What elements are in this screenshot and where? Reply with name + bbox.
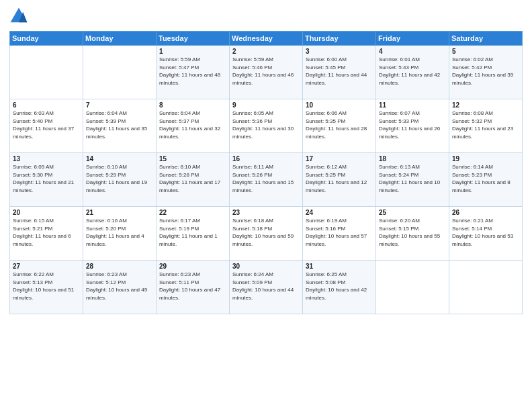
week-row-4: 20Sunrise: 6:15 AM Sunset: 5:21 PM Dayli… — [10, 207, 523, 261]
day-number: 19 — [452, 155, 519, 163]
cell-details: Sunrise: 6:20 AM Sunset: 5:15 PM Dayligh… — [379, 217, 446, 248]
day-number: 8 — [159, 101, 226, 109]
cell-details: Sunrise: 6:15 AM Sunset: 5:21 PM Dayligh… — [13, 217, 80, 248]
cell-details: Sunrise: 6:21 AM Sunset: 5:14 PM Dayligh… — [452, 217, 519, 248]
weekday-header-thursday: Thursday — [303, 32, 376, 46]
cell-details: Sunrise: 6:23 AM Sunset: 5:11 PM Dayligh… — [159, 271, 226, 302]
weekday-header-tuesday: Tuesday — [157, 32, 230, 46]
calendar-cell: 8Sunrise: 6:04 AM Sunset: 5:37 PM Daylig… — [157, 99, 230, 153]
cell-details: Sunrise: 6:07 AM Sunset: 5:33 PM Dayligh… — [379, 109, 446, 140]
calendar-cell: 7Sunrise: 6:04 AM Sunset: 5:39 PM Daylig… — [83, 99, 157, 153]
cell-details: Sunrise: 6:01 AM Sunset: 5:43 PM Dayligh… — [379, 56, 446, 87]
calendar-cell: 2Sunrise: 5:59 AM Sunset: 5:46 PM Daylig… — [230, 46, 303, 99]
calendar-cell: 5Sunrise: 6:02 AM Sunset: 5:42 PM Daylig… — [449, 46, 523, 99]
day-number: 10 — [306, 101, 373, 109]
calendar-cell: 22Sunrise: 6:17 AM Sunset: 5:19 PM Dayli… — [157, 207, 230, 261]
cell-details: Sunrise: 6:03 AM Sunset: 5:40 PM Dayligh… — [13, 109, 80, 140]
calendar-cell: 29Sunrise: 6:23 AM Sunset: 5:11 PM Dayli… — [157, 261, 230, 314]
cell-details: Sunrise: 6:24 AM Sunset: 5:09 PM Dayligh… — [232, 271, 300, 302]
day-number: 18 — [379, 155, 446, 163]
cell-details: Sunrise: 6:17 AM Sunset: 5:19 PM Dayligh… — [159, 217, 226, 248]
calendar-cell: 31Sunrise: 6:25 AM Sunset: 5:08 PM Dayli… — [303, 261, 376, 314]
week-row-5: 27Sunrise: 6:22 AM Sunset: 5:13 PM Dayli… — [10, 261, 523, 314]
cell-details: Sunrise: 6:10 AM Sunset: 5:29 PM Dayligh… — [86, 163, 153, 194]
logo-icon — [9, 7, 28, 26]
weekday-header-saturday: Saturday — [449, 32, 523, 46]
cell-details: Sunrise: 6:05 AM Sunset: 5:36 PM Dayligh… — [232, 109, 300, 140]
day-number: 6 — [13, 101, 80, 109]
calendar-cell: 27Sunrise: 6:22 AM Sunset: 5:13 PM Dayli… — [10, 261, 83, 314]
cell-details: Sunrise: 6:23 AM Sunset: 5:12 PM Dayligh… — [86, 271, 153, 302]
calendar-cell: 26Sunrise: 6:21 AM Sunset: 5:14 PM Dayli… — [449, 207, 523, 261]
day-number: 23 — [232, 209, 300, 216]
calendar-cell: 1Sunrise: 5:59 AM Sunset: 5:47 PM Daylig… — [157, 46, 230, 99]
logo — [9, 7, 30, 26]
cell-details: Sunrise: 6:08 AM Sunset: 5:32 PM Dayligh… — [452, 109, 519, 140]
day-number: 30 — [232, 263, 300, 270]
cell-details: Sunrise: 6:00 AM Sunset: 5:45 PM Dayligh… — [306, 56, 373, 87]
calendar-cell: 24Sunrise: 6:19 AM Sunset: 5:16 PM Dayli… — [303, 207, 376, 261]
cell-details: Sunrise: 6:18 AM Sunset: 5:18 PM Dayligh… — [232, 217, 300, 248]
cell-details: Sunrise: 6:19 AM Sunset: 5:16 PM Dayligh… — [306, 217, 373, 248]
calendar-cell: 25Sunrise: 6:20 AM Sunset: 5:15 PM Dayli… — [376, 207, 449, 261]
calendar-cell: 19Sunrise: 6:14 AM Sunset: 5:23 PM Dayli… — [449, 153, 523, 207]
weekday-header-row: SundayMondayTuesdayWednesdayThursdayFrid… — [10, 32, 523, 46]
cell-details: Sunrise: 6:14 AM Sunset: 5:23 PM Dayligh… — [452, 163, 519, 194]
calendar-cell: 28Sunrise: 6:23 AM Sunset: 5:12 PM Dayli… — [83, 261, 157, 314]
day-number: 2 — [232, 48, 300, 55]
weekday-header-sunday: Sunday — [10, 32, 83, 46]
day-number: 28 — [86, 263, 153, 270]
calendar-cell — [83, 46, 157, 99]
cell-details: Sunrise: 6:09 AM Sunset: 5:30 PM Dayligh… — [13, 163, 80, 194]
day-number: 25 — [379, 209, 446, 216]
day-number: 21 — [86, 209, 153, 216]
week-row-2: 6Sunrise: 6:03 AM Sunset: 5:40 PM Daylig… — [10, 99, 523, 153]
cell-details: Sunrise: 5:59 AM Sunset: 5:47 PM Dayligh… — [159, 56, 226, 87]
cell-details: Sunrise: 6:25 AM Sunset: 5:08 PM Dayligh… — [306, 271, 373, 302]
cell-details: Sunrise: 6:13 AM Sunset: 5:24 PM Dayligh… — [379, 163, 446, 194]
cell-details: Sunrise: 6:22 AM Sunset: 5:13 PM Dayligh… — [13, 271, 80, 302]
day-number: 27 — [13, 263, 80, 270]
day-number: 17 — [306, 155, 373, 163]
calendar-cell: 21Sunrise: 6:16 AM Sunset: 5:20 PM Dayli… — [83, 207, 157, 261]
calendar-cell: 3Sunrise: 6:00 AM Sunset: 5:45 PM Daylig… — [303, 46, 376, 99]
calendar-table: SundayMondayTuesdayWednesdayThursdayFrid… — [9, 31, 523, 314]
page-container: SundayMondayTuesdayWednesdayThursdayFrid… — [0, 0, 532, 411]
day-number: 22 — [159, 209, 226, 216]
day-number: 24 — [306, 209, 373, 216]
day-number: 12 — [452, 101, 519, 109]
calendar-cell — [376, 261, 449, 314]
day-number: 31 — [306, 263, 373, 270]
cell-details: Sunrise: 6:11 AM Sunset: 5:26 PM Dayligh… — [232, 163, 300, 194]
cell-details: Sunrise: 6:10 AM Sunset: 5:28 PM Dayligh… — [159, 163, 226, 194]
calendar-cell: 23Sunrise: 6:18 AM Sunset: 5:18 PM Dayli… — [230, 207, 303, 261]
cell-details: Sunrise: 6:12 AM Sunset: 5:25 PM Dayligh… — [306, 163, 373, 194]
weekday-header-friday: Friday — [376, 32, 449, 46]
weekday-header-wednesday: Wednesday — [230, 32, 303, 46]
calendar-cell: 9Sunrise: 6:05 AM Sunset: 5:36 PM Daylig… — [230, 99, 303, 153]
calendar-cell: 10Sunrise: 6:06 AM Sunset: 5:35 PM Dayli… — [303, 99, 376, 153]
day-number: 16 — [232, 155, 300, 163]
calendar-cell: 6Sunrise: 6:03 AM Sunset: 5:40 PM Daylig… — [10, 99, 83, 153]
calendar-cell: 30Sunrise: 6:24 AM Sunset: 5:09 PM Dayli… — [230, 261, 303, 314]
cell-details: Sunrise: 6:06 AM Sunset: 5:35 PM Dayligh… — [306, 109, 373, 140]
cell-details: Sunrise: 5:59 AM Sunset: 5:46 PM Dayligh… — [232, 56, 300, 87]
calendar-cell: 11Sunrise: 6:07 AM Sunset: 5:33 PM Dayli… — [376, 99, 449, 153]
week-row-1: 1Sunrise: 5:59 AM Sunset: 5:47 PM Daylig… — [10, 46, 523, 99]
header — [9, 7, 523, 26]
calendar-cell: 20Sunrise: 6:15 AM Sunset: 5:21 PM Dayli… — [10, 207, 83, 261]
week-row-3: 13Sunrise: 6:09 AM Sunset: 5:30 PM Dayli… — [10, 153, 523, 207]
cell-details: Sunrise: 6:04 AM Sunset: 5:37 PM Dayligh… — [159, 109, 226, 140]
day-number: 20 — [13, 209, 80, 216]
calendar-cell: 17Sunrise: 6:12 AM Sunset: 5:25 PM Dayli… — [303, 153, 376, 207]
day-number: 3 — [306, 48, 373, 55]
calendar-cell: 15Sunrise: 6:10 AM Sunset: 5:28 PM Dayli… — [157, 153, 230, 207]
weekday-header-monday: Monday — [83, 32, 157, 46]
day-number: 26 — [452, 209, 519, 216]
day-number: 9 — [232, 101, 300, 109]
calendar-cell: 18Sunrise: 6:13 AM Sunset: 5:24 PM Dayli… — [376, 153, 449, 207]
calendar-cell: 4Sunrise: 6:01 AM Sunset: 5:43 PM Daylig… — [376, 46, 449, 99]
day-number: 14 — [86, 155, 153, 163]
day-number: 15 — [159, 155, 226, 163]
calendar-cell — [10, 46, 83, 99]
